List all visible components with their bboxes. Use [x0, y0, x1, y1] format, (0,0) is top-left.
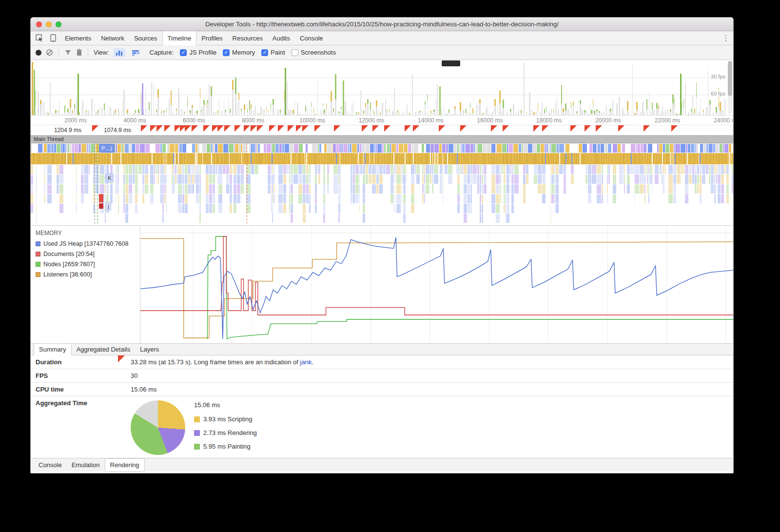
flame-event-chip[interactable]: K	[105, 174, 114, 182]
flame-chart-canvas[interactable]	[31, 143, 733, 225]
flame-event-chip[interactable]: j	[105, 202, 111, 211]
tab-layers[interactable]: Layers	[135, 344, 164, 355]
legend-item-used-js-heap[interactable]: Used JS Heap [13747760:7608	[36, 240, 140, 247]
drawer-tab-emulation[interactable]: Emulation	[67, 458, 105, 472]
jank-marker[interactable]	[203, 125, 210, 132]
jank-marker[interactable]	[278, 125, 284, 132]
tab-summary[interactable]: Summary	[34, 343, 72, 355]
jank-marker[interactable]	[644, 125, 650, 132]
jank-marker[interactable]	[405, 125, 411, 132]
tab-sources[interactable]: Sources	[129, 31, 162, 45]
legend-label: Used JS Heap [13747760:7608	[43, 240, 128, 247]
tab-network[interactable]: Network	[96, 31, 129, 45]
trash-icon[interactable]	[76, 49, 82, 56]
jank-marker[interactable]	[288, 125, 294, 132]
ruler-label: 4000 ms	[123, 117, 146, 124]
jank-marker[interactable]	[185, 125, 191, 132]
jank-marker[interactable]	[234, 125, 241, 132]
overview-scrollbar[interactable]	[728, 61, 732, 114]
paint-checkbox[interactable]	[261, 49, 268, 56]
capture-memory[interactable]: Memory	[223, 49, 255, 56]
flame-chart[interactable]: P…) K j	[31, 143, 733, 225]
drawer-tab-console[interactable]: Console	[34, 458, 67, 472]
close-button[interactable]	[36, 21, 42, 27]
jank-marker[interactable]	[296, 125, 302, 132]
main-thread-header[interactable]: Main Thread	[31, 135, 733, 143]
jank-marker[interactable]	[533, 125, 540, 132]
jank-link[interactable]: jank	[300, 358, 312, 366]
jank-marker[interactable]	[92, 125, 98, 132]
inspect-element-icon[interactable]	[33, 31, 46, 45]
drawer-tab-rendering[interactable]: Rendering	[105, 458, 145, 472]
zoom-button[interactable]	[56, 21, 61, 27]
jank-marker[interactable]	[570, 125, 577, 132]
cpu-overview-canvas[interactable]	[31, 60, 733, 116]
overflow-menu-icon[interactable]: ⋮	[719, 31, 733, 45]
record-button[interactable]	[36, 50, 41, 56]
minimize-button[interactable]	[46, 21, 52, 27]
cpu-overview[interactable]: 30 fps 60 fps	[31, 60, 733, 116]
jank-marker[interactable]	[269, 125, 275, 132]
painting-swatch-icon	[194, 444, 200, 450]
aggregated-time-pie-chart	[131, 400, 185, 455]
js-profile-checkbox[interactable]	[180, 49, 187, 56]
memory-checkbox[interactable]	[223, 49, 230, 56]
legend-item-listeners[interactable]: Listeners [36:600]	[36, 271, 140, 278]
jank-marker[interactable]	[439, 125, 445, 132]
jank-marker[interactable]	[150, 125, 156, 132]
overview-scrollbar-thumb[interactable]	[728, 61, 732, 96]
duration-suffix: .	[312, 358, 313, 366]
jank-marker[interactable]	[585, 125, 591, 132]
long-task-marker[interactable]	[99, 194, 103, 202]
jank-marker[interactable]	[460, 125, 467, 132]
legend-item-documents[interactable]: Documents [20:54]	[36, 251, 140, 257]
nodes-swatch-icon	[36, 262, 40, 267]
memory-graph[interactable]	[140, 226, 733, 343]
frames-view-icon[interactable]	[130, 48, 142, 57]
capture-screenshots[interactable]: Screenshots	[292, 49, 336, 56]
details-tab-bar: Summary Aggregated Details Layers	[31, 343, 733, 355]
jank-marker[interactable]	[413, 125, 419, 132]
device-mode-icon[interactable]	[46, 31, 60, 45]
tab-timeline[interactable]: Timeline	[162, 31, 197, 45]
jank-marker[interactable]	[164, 125, 171, 132]
capture-js-profile[interactable]: JS Profile	[180, 49, 216, 56]
jank-marker[interactable]	[618, 125, 624, 132]
jank-marker[interactable]	[217, 125, 224, 132]
screenshots-label: Screenshots	[301, 49, 336, 56]
jank-marker[interactable]	[224, 125, 231, 132]
jank-marker[interactable]	[314, 125, 321, 132]
filter-icon[interactable]	[64, 49, 72, 56]
capture-paint[interactable]: Paint	[261, 49, 285, 56]
jank-marker[interactable]	[542, 125, 548, 132]
jank-marker[interactable]	[251, 125, 257, 132]
legend-item-nodes[interactable]: Nodes [2659:7607]	[36, 261, 140, 268]
events-view-icon[interactable]	[114, 48, 125, 57]
jank-marker[interactable]	[156, 125, 163, 132]
tab-profiles[interactable]: Profiles	[196, 31, 227, 45]
jank-marker[interactable]	[334, 125, 340, 132]
screenshots-checkbox[interactable]	[292, 49, 298, 56]
duration-text: 33.28 ms (at 15.73 s). Long frame times …	[131, 358, 300, 366]
tab-resources[interactable]: Resources	[228, 31, 268, 45]
tab-audits[interactable]: Audits	[268, 31, 295, 45]
jank-marker[interactable]	[257, 125, 263, 132]
jank-marker[interactable]	[302, 125, 309, 132]
flame-event-chip[interactable]: P…)	[99, 144, 115, 153]
tab-aggregated-details[interactable]: Aggregated Details	[72, 344, 136, 355]
overview-selection-handle[interactable]	[442, 60, 460, 66]
jank-marker[interactable]	[244, 125, 250, 132]
tab-console[interactable]: Console	[295, 31, 328, 45]
jank-marker[interactable]	[491, 125, 497, 132]
jank-marker[interactable]	[503, 125, 509, 132]
jank-marker[interactable]	[596, 125, 602, 132]
jank-marker[interactable]	[192, 125, 198, 132]
jank-marker[interactable]	[141, 125, 147, 132]
tab-elements[interactable]: Elements	[60, 31, 96, 45]
long-task-marker[interactable]	[99, 203, 103, 209]
jank-marker[interactable]	[384, 125, 390, 132]
jank-marker[interactable]	[362, 125, 368, 132]
jank-marker[interactable]	[372, 125, 379, 132]
clear-icon[interactable]	[46, 49, 53, 56]
jank-marker[interactable]	[671, 125, 678, 132]
